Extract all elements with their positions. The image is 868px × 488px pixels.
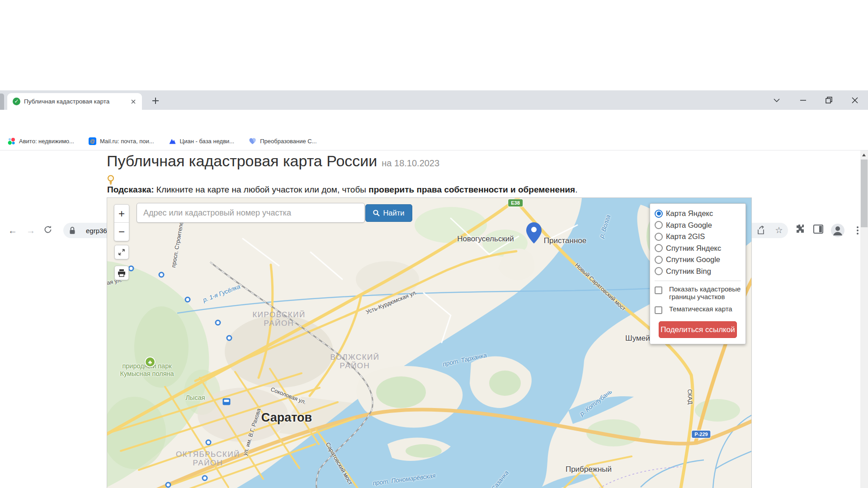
browser-tab-bar: ✓ Публичная кадастровая карта (0, 90, 868, 110)
bookmark-cian[interactable]: Циан - база недви... (169, 137, 235, 145)
bookmark-label: Преобразование С... (260, 138, 316, 145)
search-icon (373, 210, 380, 216)
page-title-date: на 18.10.2023 (382, 158, 439, 168)
lock-icon (67, 225, 77, 235)
transit-stop-icon (215, 320, 221, 326)
layer-option-label: Карта Google (666, 221, 712, 230)
layer-option[interactable]: Карта Яндекс (655, 208, 741, 220)
thematic-map-option[interactable]: Тематическая карта (655, 305, 741, 314)
checkbox-cadastral[interactable] (655, 286, 662, 294)
printer-icon (118, 269, 126, 277)
desktop: ✓ Публичная кадастровая карта ← → egrp36… (0, 0, 868, 488)
transit-stop-icon (226, 335, 232, 341)
browser-tab[interactable]: ✓ Публичная кадастровая карта (7, 93, 142, 110)
transit-stop-icon (159, 272, 165, 278)
checkbox-label: Показать кадастровые границы участков (669, 286, 741, 301)
radio-icon[interactable] (655, 233, 663, 241)
layers-panel: Карта ЯндексКарта GoogleКарта 2GISСпутни… (650, 203, 746, 344)
layer-option-label: Карта 2GIS (666, 232, 705, 241)
park-poi-icon[interactable]: ♣ (145, 357, 156, 367)
radio-icon[interactable] (655, 210, 663, 218)
page-title: Публичная кадастровая карта Россиина 18.… (107, 152, 439, 170)
layer-option[interactable]: Спутник Яндекс (655, 243, 741, 254)
tab-edge-stub (0, 94, 4, 110)
transit-stop-icon (185, 297, 191, 303)
browser-toolbar: ← → egrp365.org/map/?x=51.60211860272631… (0, 110, 868, 132)
forward-button[interactable]: → (25, 225, 36, 236)
layer-option-label: Спутник Google (666, 255, 720, 264)
window-restore-button[interactable] (818, 90, 839, 110)
profile-avatar[interactable] (831, 224, 844, 237)
bookmark-preobrazovanie[interactable]: Преобразование С... (249, 137, 316, 145)
bookmarks-bar: Авито: недвижимо... @ Mail.ru: почта, по… (0, 132, 868, 150)
mailru-at-icon: @ (89, 137, 96, 145)
side-panel-icon[interactable] (813, 224, 826, 237)
radio-icon[interactable] (655, 256, 663, 264)
radio-icon[interactable] (655, 221, 663, 229)
map-pin-icon[interactable] (526, 222, 542, 244)
share-icon[interactable] (756, 225, 766, 235)
radio-icon[interactable] (655, 244, 663, 252)
checkbox-thematic[interactable] (655, 306, 662, 314)
window-close-button[interactable] (844, 90, 865, 110)
share-link-button[interactable]: Поделиться ссылкой (659, 321, 737, 338)
find-button[interactable]: Найти (365, 204, 412, 222)
transit-stop-icon (206, 440, 212, 446)
expand-arrows-icon (118, 249, 125, 256)
bookmark-label: Авито: недвижимо... (19, 138, 74, 145)
layer-option[interactable]: Карта Google (655, 220, 741, 231)
zoom-control: + − (114, 204, 129, 241)
hint-bold: проверить права собственности и обремене… (368, 185, 575, 194)
transit-stop-icon (165, 482, 171, 488)
extensions-puzzle-icon[interactable] (795, 224, 808, 237)
bookmark-label: Mail.ru: почта, пои... (100, 138, 154, 145)
layer-option-label: Спутник Bing (666, 267, 711, 276)
layer-option-label: Карта Яндекс (666, 209, 713, 218)
avito-dots-icon (8, 137, 15, 145)
bookmark-mailru[interactable]: @ Mail.ru: почта, пои... (89, 137, 154, 145)
transit-stop-icon (202, 475, 208, 481)
reload-button[interactable] (43, 225, 54, 236)
tab-close-icon[interactable] (129, 98, 137, 106)
transit-stop-icon (128, 266, 134, 272)
site-favicon-icon: ✓ (13, 98, 20, 105)
search-input[interactable] (137, 203, 365, 223)
new-tab-button[interactable] (149, 94, 162, 107)
lightbulb-icon (107, 175, 114, 185)
bookmark-avito[interactable]: Авито: недвижимо... (8, 137, 74, 145)
tab-title: Публичная кадастровая карта (24, 98, 129, 105)
zoom-out-button[interactable]: − (114, 223, 129, 241)
back-button[interactable]: ← (7, 225, 18, 236)
find-button-label: Найти (383, 209, 404, 217)
hint-label: Подсказка: (107, 185, 154, 194)
heart-icon (249, 137, 256, 145)
scroll-up-icon[interactable] (862, 154, 866, 156)
hint-line: Подсказка: Кликните на карте на любой уч… (107, 175, 577, 195)
layer-option[interactable]: Карта 2GIS (655, 231, 741, 243)
bookmark-label: Циан - база недви... (180, 138, 235, 145)
bookmark-star-icon[interactable]: ☆ (774, 225, 784, 235)
zoom-in-button[interactable]: + (114, 205, 129, 223)
window-minimize-button[interactable] (793, 90, 813, 110)
cian-peak-icon (169, 137, 176, 145)
checkbox-label: Тематическая карта (669, 305, 741, 313)
scrollbar-thumb[interactable] (861, 160, 868, 227)
layer-option[interactable]: Спутник Google (655, 254, 741, 266)
layer-option[interactable]: Спутник Bing (655, 266, 741, 277)
fullscreen-button[interactable] (114, 245, 129, 259)
print-button[interactable] (114, 266, 129, 280)
layer-option-label: Спутник Яндекс (666, 244, 721, 253)
cadastral-borders-option[interactable]: Показать кадастровые границы участков (655, 286, 741, 301)
panel-divider (655, 281, 741, 281)
tab-search-chevron-icon[interactable] (766, 90, 787, 110)
railway-station-icon[interactable] (223, 399, 231, 405)
radio-icon[interactable] (655, 267, 663, 275)
map-canvas[interactable]: НовогусельскийПристанноеШумейкаПрибрежны… (107, 197, 752, 488)
page-scrollbar[interactable] (860, 150, 868, 488)
